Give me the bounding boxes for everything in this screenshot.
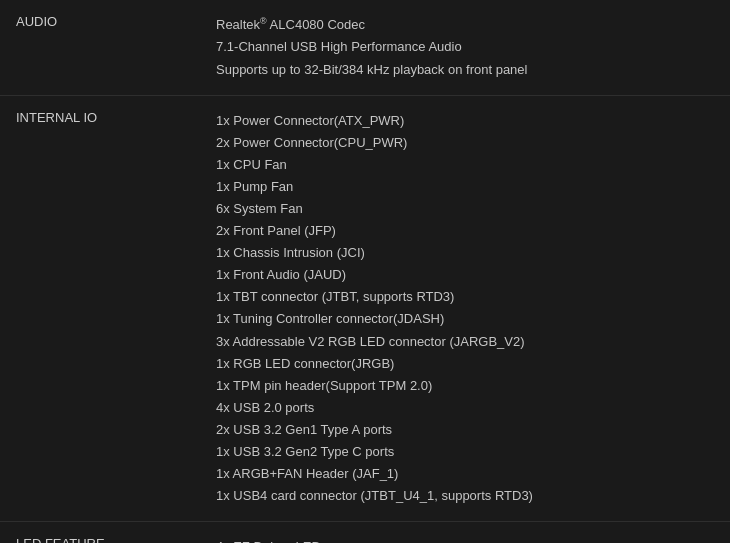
- values-audio: Realtek® ALC4080 Codec7.1-Channel USB Hi…: [200, 0, 730, 95]
- spec-table: AUDIORealtek® ALC4080 Codec7.1-Channel U…: [0, 0, 730, 543]
- label-internal-io: INTERNAL IO: [0, 95, 200, 522]
- value-item: 7.1-Channel USB High Performance Audio: [216, 36, 714, 58]
- value-item: 4x EZ Debug LED: [216, 536, 714, 543]
- value-item: 2x Power Connector(CPU_PWR): [216, 132, 714, 154]
- label-audio: AUDIO: [0, 0, 200, 95]
- value-item: 3x Addressable V2 RGB LED connector (JAR…: [216, 331, 714, 353]
- value-item: 1x Tuning Controller connector(JDASH): [216, 308, 714, 330]
- value-item: 1x CPU Fan: [216, 154, 714, 176]
- value-item: 6x System Fan: [216, 198, 714, 220]
- value-item: 1x USB 3.2 Gen2 Type C ports: [216, 441, 714, 463]
- values-internal-io: 1x Power Connector(ATX_PWR)2x Power Conn…: [200, 95, 730, 522]
- value-item: 1x TPM pin header(Support TPM 2.0): [216, 375, 714, 397]
- value-item: 1x USB4 card connector (JTBT_U4_1, suppo…: [216, 485, 714, 507]
- value-item: 1x Front Audio (JAUD): [216, 264, 714, 286]
- section-audio: AUDIORealtek® ALC4080 Codec7.1-Channel U…: [0, 0, 730, 95]
- value-item: 2x Front Panel (JFP): [216, 220, 714, 242]
- section-led-feature: LED FEATURE4x EZ Debug LED1x EZ LED Cont…: [0, 522, 730, 543]
- value-item: 1x RGB LED connector(JRGB): [216, 353, 714, 375]
- values-led-feature: 4x EZ Debug LED1x EZ LED Control switch: [200, 522, 730, 543]
- label-led-feature: LED FEATURE: [0, 522, 200, 543]
- value-item: Supports up to 32-Bit/384 kHz playback o…: [216, 59, 714, 81]
- section-internal-io: INTERNAL IO1x Power Connector(ATX_PWR)2x…: [0, 95, 730, 522]
- value-item: 4x USB 2.0 ports: [216, 397, 714, 419]
- value-item: 1x Power Connector(ATX_PWR): [216, 110, 714, 132]
- value-item: 1x Chassis Intrusion (JCI): [216, 242, 714, 264]
- superscript: ®: [260, 16, 267, 26]
- value-item: 1x TBT connector (JTBT, supports RTD3): [216, 286, 714, 308]
- value-item: Realtek® ALC4080 Codec: [216, 14, 714, 36]
- value-item: 1x Pump Fan: [216, 176, 714, 198]
- value-item: 2x USB 3.2 Gen1 Type A ports: [216, 419, 714, 441]
- value-item: 1x ARGB+FAN Header (JAF_1): [216, 463, 714, 485]
